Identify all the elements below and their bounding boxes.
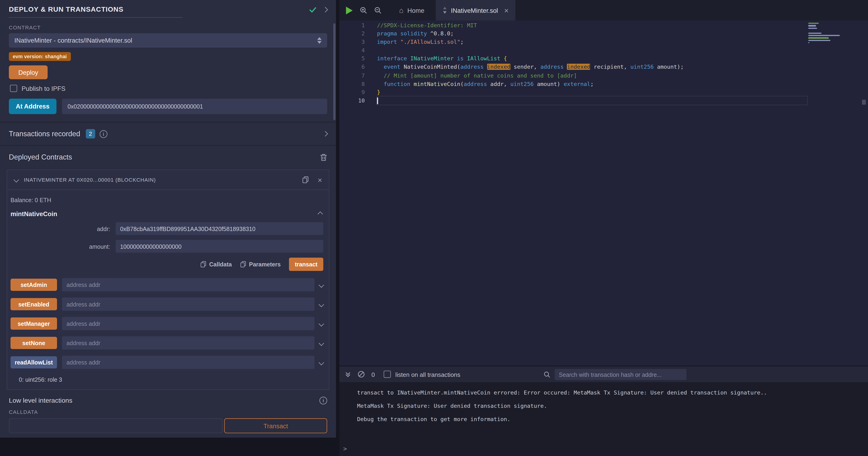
token: pragma solidity [377, 30, 427, 36]
at-address-input[interactable] [62, 98, 327, 114]
low-level-transact-button[interactable]: Transact [224, 418, 327, 433]
terminal-search-input[interactable] [555, 369, 686, 380]
deploy-button[interactable]: Deploy [9, 65, 48, 79]
function-row: readAllowList [10, 355, 323, 369]
transactions-recorded-row[interactable]: Transactions recorded 2 i [0, 122, 336, 146]
transactions-recorded-label: Transactions recorded [9, 130, 80, 138]
token: IAllowList [464, 56, 503, 62]
search-icon [544, 371, 550, 378]
main-area: ⌂ Home INativeMinter.sol × 12345678910 /… [339, 0, 868, 456]
function-row: setNone [10, 336, 323, 349]
panel-scrollbar[interactable] [333, 23, 336, 120]
contract-card-title: INATIVEMINTER AT 0X020...00001 (BLOCKCHA… [24, 177, 302, 183]
setManager-input[interactable] [62, 317, 314, 330]
deploy-run-panel: DEPLOY & RUN TRANSACTIONS CONTRACT INati… [0, 0, 336, 437]
select-arrows-icon [317, 37, 321, 44]
function-row: setManager [10, 317, 323, 330]
chevron-right-icon[interactable] [322, 131, 328, 137]
info-icon: i [319, 397, 327, 404]
minimap[interactable] [807, 21, 849, 366]
token: // Mint [amount] number of native coins … [377, 73, 577, 79]
copy-icon[interactable] [302, 176, 309, 183]
code-line: import "./IAllowList.sol"; [377, 38, 807, 46]
minimap-line [808, 35, 840, 36]
token [564, 64, 567, 70]
publish-ipfs-checkbox[interactable] [10, 85, 17, 92]
evm-version-badge: evm version: shanghai [9, 52, 70, 61]
parameters-action-label: Parameters [249, 261, 281, 267]
tab-inativeminter[interactable]: INativeMinter.sol × [435, 0, 515, 21]
expand-terminal-icon[interactable] [345, 371, 351, 378]
call-result: 0: uint256: role 3 [7, 375, 329, 390]
line-number-gutter: 12345678910 [339, 21, 377, 366]
setEnabled-input[interactable] [62, 297, 314, 311]
transactions-count-badge: 2 [86, 129, 95, 138]
minimap-line [808, 32, 822, 33]
setAdmin-input[interactable] [62, 278, 314, 291]
terminal-prompt[interactable]: > [343, 446, 347, 453]
contract-label: CONTRACT [9, 25, 327, 30]
active-tab-label: INativeMinter.sol [451, 7, 498, 14]
code-editor[interactable]: 12345678910 //SPDX-License-Identifier: M… [339, 21, 868, 366]
code-line: pragma solidity ^0.8.0; [377, 29, 807, 38]
chevron-down-icon[interactable] [318, 340, 324, 346]
panel-expand-icon[interactable] [322, 7, 328, 12]
transact-button[interactable]: transact [289, 258, 323, 271]
setEnabled-button[interactable]: setEnabled [10, 298, 57, 310]
left-column: DEPLOY & RUN TRANSACTIONS CONTRACT INati… [0, 0, 336, 456]
copy-calldata[interactable]: Calldata [200, 261, 232, 267]
listen-transactions-label: listen on all transactions [395, 371, 460, 378]
copy-parameters[interactable]: Parameters [240, 261, 281, 267]
code-line: function mintNativeCoin(address addr, ui… [377, 80, 807, 88]
minimap-line [808, 37, 829, 38]
chevron-down-icon[interactable] [13, 177, 19, 182]
clear-console-icon[interactable] [358, 371, 365, 378]
transact-actions-row: Calldata Parameters transact [7, 258, 323, 271]
tab-home[interactable]: ⌂ Home [393, 0, 431, 21]
setManager-button[interactable]: setManager [10, 317, 57, 330]
tab-bar: ⌂ Home INativeMinter.sol × [339, 0, 868, 21]
setNone-button[interactable]: setNone [10, 337, 57, 349]
minimap-line [808, 40, 831, 41]
terminal-output[interactable]: transact to INativeMinter.mintNativeCoin… [339, 382, 868, 456]
addr-input[interactable] [116, 222, 323, 235]
token: address [464, 81, 487, 87]
line-number: 5 [339, 55, 365, 63]
chevron-down-icon[interactable] [318, 321, 324, 326]
run-script-icon[interactable] [346, 6, 353, 14]
home-tab-label: Home [407, 7, 425, 14]
chevron-up-icon[interactable] [317, 211, 323, 217]
amount-field-row: amount: [7, 240, 323, 253]
chevron-down-icon[interactable] [318, 360, 324, 365]
token: } [377, 89, 380, 95]
contract-select[interactable]: INativeMinter - contracts/INativeMinter.… [9, 33, 327, 48]
close-icon[interactable]: × [318, 176, 322, 183]
code-line: //SPDX-License-Identifier: MIT [377, 21, 807, 29]
listen-transactions-checkbox[interactable] [384, 371, 391, 378]
code-line: } [377, 88, 807, 96]
contract-card-header[interactable]: INATIVEMINTER AT 0X020...00001 (BLOCKCHA… [7, 170, 329, 190]
code-line: event NativeCoinMinted(address indexed s… [377, 63, 807, 71]
function-accordion-header[interactable]: mintNativeCoin [7, 203, 329, 217]
code-area[interactable]: //SPDX-License-Identifier: MIT pragma so… [377, 21, 807, 366]
chevron-down-icon[interactable] [318, 282, 324, 288]
chevron-down-icon[interactable] [318, 302, 324, 307]
close-tab-icon[interactable]: × [504, 6, 508, 14]
setAdmin-button[interactable]: setAdmin [10, 279, 57, 291]
panel-title: DEPLOY & RUN TRANSACTIONS [9, 6, 309, 13]
zoom-out-icon[interactable] [374, 7, 381, 14]
deployed-contract-card: INATIVEMINTER AT 0X020...00001 (BLOCKCHA… [7, 170, 330, 390]
readAllowList-button[interactable]: readAllowList [10, 356, 57, 368]
setNone-input[interactable] [62, 336, 314, 349]
amount-input[interactable] [116, 240, 323, 253]
token: uint256 [630, 64, 654, 70]
readAllowList-input[interactable] [62, 355, 314, 369]
at-address-button[interactable]: At Address [9, 98, 57, 114]
function-row: setEnabled [10, 297, 323, 311]
zoom-in-icon[interactable] [360, 7, 367, 14]
trash-icon[interactable] [320, 153, 327, 161]
token: sender, [510, 64, 540, 70]
calldata-input[interactable] [9, 418, 222, 433]
code-line [377, 46, 807, 55]
balance-label: Balance: 0 ETH [7, 190, 329, 203]
